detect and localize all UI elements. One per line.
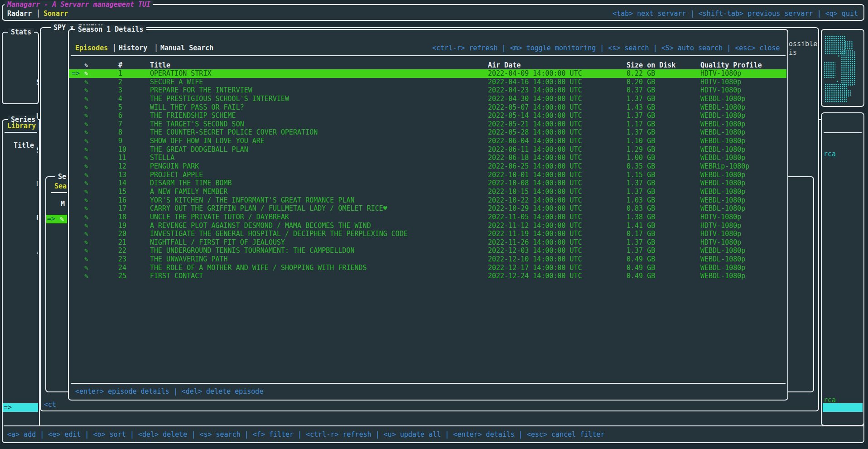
episode-row[interactable]: ✎ 19 A REVENGE PLOT AGAINST DESMOND / MA… [69,222,786,230]
stats-line: Storage: [4,138,38,146]
episode-row[interactable]: ✎ 17 CARRY OUT THE GRIFFIN PLAN / FULLME… [69,204,786,213]
episode-row[interactable]: ✎ 5 WILL THEY PASS OR FAIL? 2022-05-07 1… [69,103,786,112]
episode-size: 1.29 GB [627,145,655,154]
series-list-item[interactable]: Hanniba [3,344,38,353]
edit-pencil-icon: ✎ [84,255,88,264]
series-list-item[interactable]: Elfen L [3,395,38,404]
tab-history[interactable]: History [119,44,147,53]
series-list-item[interactable]: Attack [3,294,38,302]
episode-title: WILL THEY PASS OR FAIL? [150,103,244,112]
edit-pencil-icon: ✎ [84,162,88,171]
episode-row[interactable]: ✎ 14 DISARM THE TIME BOMB 2022-10-08 14:… [69,179,786,188]
tab-radarr[interactable]: Radarr [7,10,32,18]
seasons-panel-title: Se [55,173,69,181]
episode-row[interactable]: ✎ 22 THE UNDERGROUND TENNIS TOURNAMENT: … [69,246,786,255]
episode-row[interactable]: ✎ 16 YOR'S KITCHEN / THE INFORMANT'S GRE… [69,196,786,205]
episode-row[interactable]: ✎ 3 PREPARE FOR THE INTERVIEW 2022-04-23… [69,86,786,95]
series-list-item[interactable]: => SPY x F [3,403,38,412]
episode-title: OPERATION STRIX [150,69,211,78]
episode-row[interactable]: ✎ 9 SHOW OFF HOW IN LOVE YOU ARE 2022-06… [69,137,786,145]
episode-number: 25 [118,272,126,280]
episode-row[interactable]: ✎ 13 PROJECT APPLE 2022-10-01 14:00:00 U… [69,171,786,179]
series-list-item[interactable]: Blue Pl [3,268,38,277]
edit-pencil-icon: ✎ [84,230,88,238]
episode-number: 3 [118,86,122,95]
series-list-item[interactable]: Avatar: [3,361,38,370]
series-details-keybind-fragment: <ct [44,401,56,409]
episode-row[interactable]: ✎ 8 THE COUNTER-SECRET POLICE COVER OPER… [69,128,786,137]
header-title: Title [150,61,170,70]
series-list-item[interactable]: The Leg [3,370,38,378]
app-title: Managarr - A Servarr management TUI [5,0,153,9]
episode-quality: WEBDL-1080p [700,204,745,213]
episode-number: 21 [118,238,126,247]
series-list-item[interactable]: Fullmet [3,378,38,386]
episode-quality: WEBRip-1080p [700,162,749,171]
seasons-tab[interactable]: Sea [54,182,67,191]
episode-row[interactable]: ✎ 7 THE TARGET'S SECOND SON 2022-05-21 1… [69,120,786,129]
episode-row[interactable]: ✎ 24 THE ROLE OF A MOTHER AND WIFE / SHO… [69,264,786,272]
episode-row[interactable]: ✎ 10 THE GREAT DODGEBALL PLAN 2022-06-11… [69,145,786,154]
edit-pencil-icon: ✎ [84,69,88,78]
episode-row[interactable]: ✎ 15 A NEW FAMILY MEMBER 2022-10-15 14:0… [69,188,786,196]
episode-row[interactable]: ✎ 20 INVESTIGATE THE GENERAL HOSPITAL / … [69,230,786,238]
series-list-item[interactable]: Firefly [3,302,38,311]
episode-row[interactable]: ✎ 18 UNCLE THE PRIVATE TUTOR / DAYBREAK … [69,213,786,222]
right-edge-divider [824,132,862,133]
series-list-item[interactable]: The X-F [3,336,38,344]
episode-air-date: 2022-04-23 14:00:00 UTC [488,86,582,95]
series-list-item[interactable]: Fruits [3,310,38,319]
edit-pencil-icon: ✎ [84,196,88,205]
episode-row[interactable]: ✎ 6 THE FRIENDSHIP SCHEME 2022-05-14 14:… [69,111,786,120]
stats-line: Root Folde [4,205,38,214]
edit-pencil-icon: ✎ [84,204,88,213]
episode-row[interactable]: ✎ 4 THE PRESTIGIOUS SCHOOL'S INTERVIEW 2… [69,95,786,103]
series-list-item[interactable]: A Disco [3,319,38,328]
episode-quality: WEBDL-1080p [700,145,745,154]
series-details-field: assig [44,137,68,145]
edit-pencil-icon: ✎ [84,154,88,162]
episode-size: 0.37 GB [627,86,655,95]
episode-size: 1.15 GB [627,171,655,179]
episode-row[interactable]: ✎ 25 FIRST CONTACT 2022-12-24 14:00:00 U… [69,272,786,280]
seasons-selected-row[interactable]: => ✎ [46,215,67,223]
episode-row[interactable]: => ✎ 1 OPERATION STRIX 2022-04-09 14:00:… [69,69,786,78]
tab-manual-search[interactable]: Manual Search [160,44,213,53]
episode-air-date: 2022-06-11 14:00:00 UTC [488,145,582,154]
episode-number: 19 [118,222,126,230]
edit-pencil-icon: ✎ [84,78,88,87]
overview-fragment-1: ossible [789,40,817,48]
episode-title: THE PRESTIGIOUS SCHOOL'S INTERVIEW [150,95,289,103]
episode-quality: WEBDL-1080p [700,128,745,137]
episode-quality: WEBDL-1080p [700,137,745,145]
series-list-item[interactable]: Westwor [3,327,38,336]
episode-row[interactable]: ✎ 23 THE UNWAVERING PATH 2022-12-10 14:0… [69,255,786,264]
stats-line: Uptime: 17 [4,104,38,112]
series-list-item[interactable]: Avatar: [3,352,38,361]
series-list-item[interactable]: Outland [3,412,38,420]
episode-row[interactable]: ✎ 2 SECURE A WIFE 2022-04-16 14:00:00 UT… [69,78,786,87]
episode-number: 13 [118,171,126,179]
edit-pencil-icon: ✎ [84,95,88,103]
series-list-item[interactable]: Cosmos [3,285,38,294]
episode-air-date: 2022-06-18 14:00:00 UTC [488,154,582,162]
episode-table: => ✎ 1 OPERATION STRIX 2022-04-09 14:00:… [69,69,786,280]
episode-title: FIRST CONTACT [150,272,203,280]
series-list-item[interactable]: Cosmos [3,277,38,285]
episode-number: 9 [118,137,122,145]
tab-episodes[interactable]: Episodes [75,44,108,53]
episode-row[interactable]: ✎ 11 STELLA 2022-06-18 14:00:00 UTC 1.00… [69,154,786,162]
episode-size: 1.37 GB [627,238,655,247]
tab-sonarr[interactable]: Sonarr [43,10,68,18]
stats-text: Uptime: 17 [36,112,38,121]
episode-size: 0.83 GB [627,204,655,213]
episode-air-date: 2022-11-19 14:00:00 UTC [488,230,582,238]
series-list-item[interactable]: Fullmet [3,386,38,395]
episode-row[interactable]: ✎ 21 NIGHTFALL / FIRST FIT OF JEALOUSY 2… [69,238,786,247]
episode-quality: WEBDL-1080p [700,255,745,264]
episode-air-date: 2022-05-07 14:00:00 UTC [488,103,582,112]
episode-row[interactable]: ✎ 12 PENGUIN PARK 2022-06-25 14:00:00 UT… [69,162,786,171]
episode-title: DISARM THE TIME BOMB [150,179,232,188]
episode-quality: HDTV-1080p [700,230,741,238]
library-footer-divider [4,425,863,426]
